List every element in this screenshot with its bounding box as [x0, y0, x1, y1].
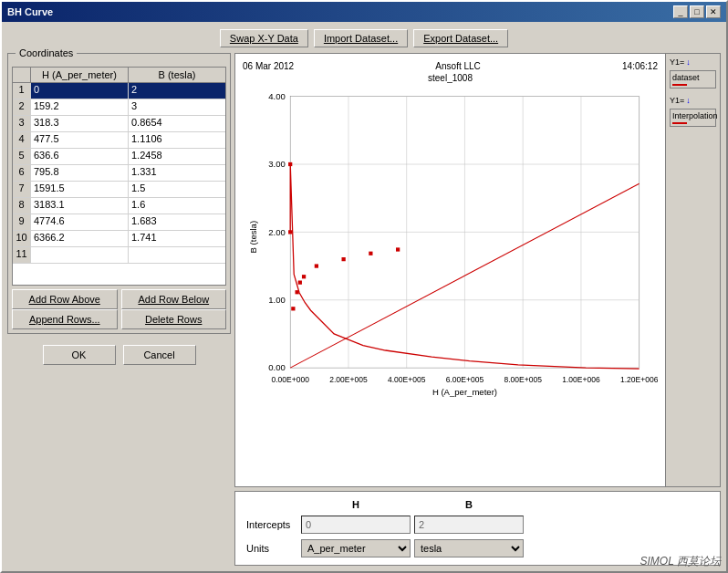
- b-units-select[interactable]: tesla: [414, 539, 524, 557]
- add-row-below-button[interactable]: Add Row Below: [121, 289, 227, 309]
- table-row[interactable]: 71591.51.5: [13, 182, 225, 198]
- row-number: 2: [13, 99, 31, 115]
- export-dataset-button[interactable]: Export Dataset...: [413, 29, 508, 47]
- table-row[interactable]: 11: [13, 247, 225, 264]
- right-panel: 06 Mar 2012 Ansoft LLC 14:06:12 steel_10…: [234, 53, 721, 566]
- chart-time: 14:06:12: [622, 61, 658, 71]
- cell-h[interactable]: 636.6: [31, 149, 129, 164]
- svg-text:0.00E+000: 0.00E+000: [272, 375, 310, 384]
- minimize-button[interactable]: _: [673, 5, 688, 18]
- legend-y1-interp: Y1=: [670, 96, 684, 105]
- legend-panel: Y1= ↓ dataset Y1= ↓: [665, 54, 720, 486]
- cell-b[interactable]: 1.331: [129, 165, 225, 181]
- intercepts-b-input[interactable]: [414, 516, 524, 534]
- row-number: 11: [13, 247, 31, 263]
- row-number: 7: [13, 182, 31, 197]
- table-row[interactable]: 83183.11.6: [13, 198, 225, 214]
- append-rows-button[interactable]: Append Rows...: [12, 309, 118, 329]
- svg-rect-31: [342, 257, 346, 261]
- svg-rect-30: [315, 264, 318, 267]
- table-row[interactable]: 2159.23: [13, 99, 225, 116]
- content-area: Swap X-Y Data Import Dataset... Export D…: [2, 22, 726, 571]
- legend-interp-label: Interpolation: [672, 111, 713, 120]
- svg-text:8.00E+005: 8.00E+005: [504, 375, 543, 384]
- cell-h[interactable]: 1591.5: [31, 182, 129, 197]
- cell-h[interactable]: 477.5: [31, 132, 129, 148]
- legend-dataset-section: dataset: [670, 70, 716, 89]
- close-button[interactable]: ✕: [706, 5, 721, 18]
- legend-interp-color: [672, 122, 687, 124]
- chart-header: 06 Mar 2012 Ansoft LLC 14:06:12: [243, 61, 658, 71]
- legend-interp-section: Interpolation: [670, 109, 716, 127]
- table-row[interactable]: 3318.30.8654: [13, 116, 225, 132]
- delete-rows-button[interactable]: Delete Rows: [121, 309, 227, 329]
- coordinates-table: H (A_per_meter) B (tesla) 1022159.233318…: [12, 67, 226, 286]
- intercepts-h-input[interactable]: [301, 516, 411, 534]
- table-row[interactable]: 94774.61.683: [13, 214, 225, 231]
- ok-cancel-row: OK Cancel: [7, 338, 231, 365]
- cell-b[interactable]: 1.6: [129, 198, 225, 214]
- table-row[interactable]: 5636.61.2458: [13, 149, 225, 165]
- svg-text:B (tesla): B (tesla): [248, 221, 258, 254]
- cell-h[interactable]: 159.2: [31, 99, 129, 115]
- svg-rect-25: [288, 162, 292, 166]
- title-bar: BH Curve _ □ ✕: [2, 2, 726, 22]
- cancel-button[interactable]: Cancel: [123, 345, 196, 365]
- row-number: 10: [13, 231, 31, 246]
- table-row[interactable]: 6795.81.331: [13, 165, 225, 182]
- cell-h[interactable]: 795.8: [31, 165, 129, 181]
- svg-text:3.00: 3.00: [268, 159, 286, 169]
- svg-text:2.00E+005: 2.00E+005: [329, 375, 368, 384]
- row-number: 9: [13, 214, 31, 230]
- coordinates-label: Coordinates: [16, 47, 77, 58]
- header-row-num: [13, 68, 31, 82]
- row-number: 1: [13, 83, 31, 99]
- intercepts-h-header: H: [301, 499, 411, 510]
- main-window: BH Curve _ □ ✕ Swap X-Y Data Import Data…: [0, 0, 728, 573]
- chart-company: Ansoft LLC: [435, 61, 480, 71]
- legend-dataset-color: [672, 84, 687, 86]
- cell-b[interactable]: 1.741: [129, 231, 225, 246]
- cell-b[interactable]: [129, 247, 225, 263]
- table-body[interactable]: 1022159.233318.30.86544477.51.11065636.6…: [13, 83, 225, 285]
- table-row[interactable]: 4477.51.1106: [13, 132, 225, 149]
- table-row[interactable]: 106366.21.741: [13, 231, 225, 247]
- table-row[interactable]: 102: [13, 83, 225, 99]
- import-dataset-button[interactable]: Import Dataset...: [314, 29, 408, 47]
- cell-b[interactable]: 1.5: [129, 182, 225, 197]
- table-header: H (A_per_meter) B (tesla): [13, 68, 225, 83]
- cell-b[interactable]: 1.1106: [129, 132, 225, 148]
- svg-text:H (A_per_meter): H (A_per_meter): [432, 387, 497, 397]
- h-units-select[interactable]: A_per_meter: [301, 539, 411, 557]
- maximize-button[interactable]: □: [690, 5, 704, 18]
- cell-h[interactable]: 4774.6: [31, 214, 129, 230]
- svg-text:1.00: 1.00: [268, 295, 286, 305]
- svg-text:0.00: 0.00: [268, 362, 286, 372]
- cell-h[interactable]: 0: [31, 83, 129, 99]
- add-row-above-button[interactable]: Add Row Above: [12, 289, 118, 309]
- cell-b[interactable]: 1.2458: [129, 149, 225, 164]
- row-number: 8: [13, 198, 31, 214]
- cell-h[interactable]: 6366.2: [31, 231, 129, 246]
- coordinates-group: Coordinates H (A_per_meter) B (tesla) 10…: [7, 53, 231, 334]
- swap-xy-button[interactable]: Swap X-Y Data: [220, 29, 308, 47]
- main-row: Coordinates H (A_per_meter) B (tesla) 10…: [7, 53, 721, 566]
- cell-b[interactable]: 0.8654: [129, 116, 225, 131]
- svg-text:1.20E+006: 1.20E+006: [620, 375, 658, 384]
- cell-h[interactable]: [31, 247, 129, 263]
- row-manage-buttons: Append Rows... Delete Rows: [12, 309, 226, 329]
- row-number: 3: [13, 116, 31, 131]
- window-controls: _ □ ✕: [673, 5, 721, 18]
- cell-b[interactable]: 2: [129, 83, 225, 99]
- svg-rect-28: [298, 281, 302, 285]
- svg-rect-33: [396, 247, 400, 251]
- cell-h[interactable]: 3183.1: [31, 198, 129, 214]
- legend-dataset-label: dataset: [672, 73, 713, 82]
- ok-button[interactable]: OK: [43, 345, 116, 365]
- header-col-h: H (A_per_meter): [31, 68, 129, 82]
- cell-h[interactable]: 318.3: [31, 116, 129, 131]
- cell-b[interactable]: 1.683: [129, 214, 225, 230]
- watermark: SIMOL 西莫论坛: [640, 554, 721, 569]
- left-panel: Coordinates H (A_per_meter) B (tesla) 10…: [7, 53, 231, 566]
- cell-b[interactable]: 3: [129, 99, 225, 115]
